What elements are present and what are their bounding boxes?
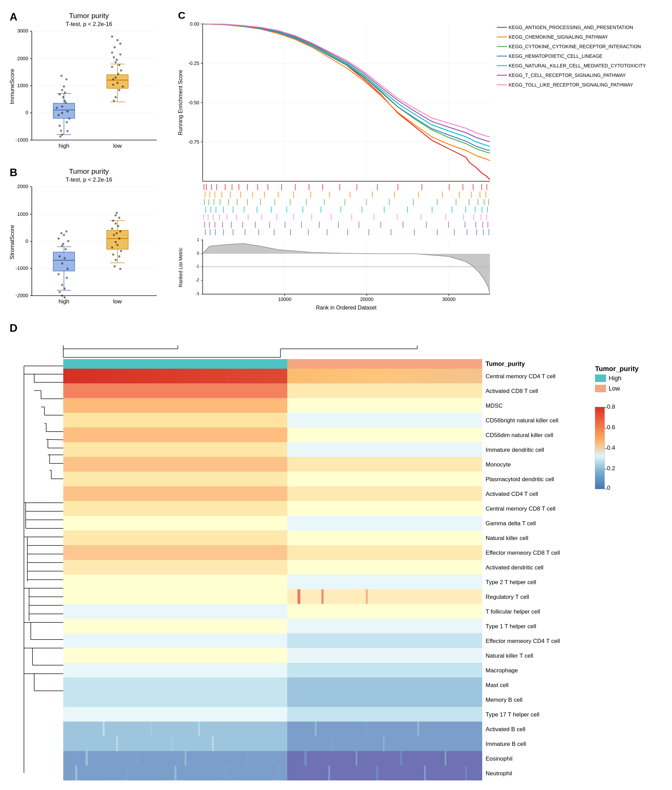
svg-point-132	[118, 217, 120, 219]
svg-point-27	[66, 121, 68, 123]
svg-rect-244	[487, 206, 488, 213]
svg-rect-274	[285, 222, 286, 228]
svg-point-39	[61, 89, 63, 91]
svg-rect-162	[232, 184, 232, 190]
svg-rect-277	[338, 222, 339, 228]
panel-A-subtitle: T-test, p < 2.2e-16	[66, 21, 112, 27]
svg-point-119	[112, 253, 114, 256]
svg-text:10000: 10000	[278, 296, 291, 302]
svg-point-130	[115, 222, 117, 225]
svg-rect-289	[215, 229, 216, 235]
svg-rect-468	[137, 751, 139, 766]
annotation-high	[63, 359, 287, 369]
svg-rect-236	[362, 206, 363, 213]
top-row: A Tumor purity T-test, p < 2.2e-16 -1000	[7, 7, 665, 315]
svg-rect-251	[248, 214, 249, 220]
svg-rect-224	[206, 206, 206, 213]
svg-text:1000: 1000	[17, 83, 28, 88]
svg-rect-194	[372, 192, 373, 198]
curve-hematopoietic	[203, 24, 490, 150]
svg-rect-411	[63, 457, 287, 472]
svg-rect-307	[489, 229, 490, 235]
svg-point-129	[117, 225, 119, 227]
svg-rect-442	[63, 663, 287, 678]
svg-point-32	[68, 118, 70, 120]
svg-rect-201	[486, 192, 486, 198]
svg-rect-218	[437, 199, 438, 205]
svg-rect-200	[480, 192, 480, 198]
svg-rect-276	[319, 222, 320, 228]
svg-rect-275	[301, 222, 302, 228]
svg-rect-197	[442, 192, 443, 198]
svg-point-117	[115, 259, 117, 261]
svg-point-122	[116, 244, 118, 246]
svg-rect-167	[282, 184, 282, 190]
svg-text:0: 0	[25, 110, 28, 115]
svg-rect-214	[345, 199, 346, 205]
svg-rect-287	[205, 229, 206, 235]
svg-text:-1000: -1000	[15, 137, 28, 142]
svg-rect-431	[298, 589, 300, 604]
svg-rect-409	[63, 442, 287, 457]
hit-marks-orange	[205, 192, 486, 198]
svg-point-118	[118, 256, 120, 257]
panel-D: D	[7, 318, 665, 790]
svg-rect-45	[107, 75, 128, 89]
svg-rect-460	[116, 736, 118, 751]
left-panels: A Tumor purity T-test, p < 2.2e-16 -1000	[7, 7, 171, 315]
svg-rect-433	[366, 589, 368, 604]
panel-A-ylabel: ImmuneScore	[9, 69, 15, 104]
svg-rect-239	[432, 206, 433, 213]
svg-rect-248	[219, 214, 220, 220]
svg-rect-412	[287, 457, 482, 472]
svg-point-62	[112, 84, 114, 86]
svg-rect-202	[204, 199, 205, 205]
svg-rect-437	[287, 619, 482, 633]
svg-rect-193	[350, 192, 350, 198]
svg-rect-281	[426, 222, 427, 228]
svg-rect-242	[475, 206, 476, 213]
svg-rect-466	[287, 751, 482, 766]
svg-rect-465	[63, 751, 287, 766]
svg-rect-221	[478, 199, 478, 205]
svg-rect-157	[204, 184, 205, 190]
svg-rect-254	[293, 214, 294, 220]
svg-point-99	[64, 257, 66, 259]
svg-rect-261	[446, 214, 446, 220]
svg-point-29	[60, 130, 62, 132]
svg-rect-175	[422, 184, 422, 190]
svg-rect-18	[53, 103, 75, 118]
svg-rect-483	[376, 766, 378, 780]
svg-rect-301	[414, 229, 415, 235]
svg-point-38	[59, 93, 61, 95]
row-label-8: Plasmacytoid dendritic cell	[486, 476, 554, 483]
panel-B-xlabel-low: low	[113, 298, 122, 305]
svg-point-36	[59, 136, 61, 138]
row-label-6: Immature dendritic cell	[486, 447, 544, 453]
svg-rect-195	[394, 192, 395, 198]
svg-rect-258	[374, 214, 374, 220]
svg-rect-247	[213, 214, 214, 220]
svg-rect-408	[287, 427, 482, 442]
svg-rect-225	[211, 206, 211, 213]
svg-text:-2: -2	[195, 278, 199, 283]
svg-rect-424	[287, 545, 482, 560]
svg-rect-471	[304, 751, 307, 766]
svg-rect-279	[381, 222, 381, 228]
svg-rect-426	[287, 560, 482, 574]
svg-rect-288	[210, 229, 211, 235]
svg-rect-430	[287, 589, 482, 604]
svg-rect-246	[208, 214, 209, 220]
svg-text:0.00: 0.00	[190, 21, 199, 27]
row-label-21: Macrophage	[486, 667, 518, 674]
svg-rect-457	[417, 721, 419, 736]
svg-point-131	[112, 219, 114, 222]
svg-rect-209	[260, 199, 261, 205]
svg-rect-232	[286, 206, 287, 213]
curve-cytokine	[203, 24, 490, 153]
boxplot-B-svg: B Tumor purity T-test, p < 2.2e-16 -2000…	[7, 162, 171, 315]
main-container: A Tumor purity T-test, p < 2.2e-16 -1000	[0, 0, 672, 790]
legend-5: KEGG_NATURAL_KILLER_CELL_MEDIATED_CYTOTO…	[509, 63, 646, 69]
svg-text:3000: 3000	[17, 28, 28, 34]
svg-rect-461	[171, 736, 172, 751]
